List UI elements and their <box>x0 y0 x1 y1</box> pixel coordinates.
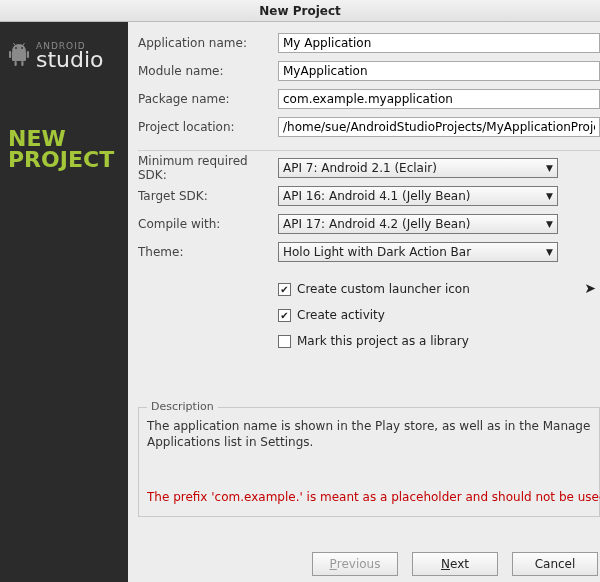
row-project-location: Project location: <box>138 116 600 138</box>
svg-point-8 <box>21 47 23 49</box>
svg-rect-3 <box>15 61 17 66</box>
min-sdk-value: API 7: Android 2.1 (Eclair) <box>283 161 437 175</box>
studio-wordmark: ANDROID studio <box>36 42 104 71</box>
step-heading: NEW PROJECT <box>8 129 120 171</box>
description-group: Description The application name is show… <box>138 407 600 517</box>
theme-label: Theme: <box>138 245 278 259</box>
form: Application name: Module name: Package n… <box>138 32 600 351</box>
compile-with-select[interactable]: API 17: Android 4.2 (Jelly Bean) ▼ <box>278 214 558 234</box>
svg-rect-0 <box>12 51 26 61</box>
previous-button: Previous <box>312 552 398 576</box>
row-target-sdk: Target SDK: API 16: Android 4.1 (Jelly B… <box>138 185 600 207</box>
chk-library-label: Mark this project as a library <box>297 334 469 348</box>
svg-rect-2 <box>27 51 29 58</box>
description-text: The application name is shown in the Pla… <box>147 418 591 450</box>
target-sdk-select[interactable]: API 16: Android 4.1 (Jelly Bean) ▼ <box>278 186 558 206</box>
row-chk-library: Mark this project as a library <box>278 331 600 351</box>
row-module-name: Module name: <box>138 60 600 82</box>
project-location-input[interactable] <box>278 117 600 137</box>
svg-rect-4 <box>21 61 23 66</box>
svg-rect-1 <box>9 51 11 58</box>
package-name-input[interactable] <box>278 89 600 109</box>
app-name-input[interactable] <box>278 33 600 53</box>
chevron-down-icon: ▼ <box>546 247 553 257</box>
chevron-down-icon: ▼ <box>546 191 553 201</box>
row-compile-with: Compile with: API 17: Android 4.2 (Jelly… <box>138 213 600 235</box>
window-title: New Project <box>0 0 600 22</box>
window-body: ANDROID studio NEW PROJECT Application n… <box>0 22 600 582</box>
cancel-button[interactable]: Cancel <box>512 552 598 576</box>
chevron-down-icon: ▼ <box>546 163 553 173</box>
compile-with-label: Compile with: <box>138 217 278 231</box>
next-button[interactable]: Next <box>412 552 498 576</box>
min-sdk-label: Minimum required SDK: <box>138 154 278 182</box>
row-chk-launcher: Create custom launcher icon <box>278 279 600 299</box>
sidebar: ANDROID studio NEW PROJECT <box>0 22 128 582</box>
wizard-window: New Project <box>0 0 600 582</box>
description-legend: Description <box>147 400 218 413</box>
app-name-label: Application name: <box>138 36 278 50</box>
module-name-input[interactable] <box>278 61 600 81</box>
theme-value: Holo Light with Dark Action Bar <box>283 245 471 259</box>
chk-library[interactable] <box>278 335 291 348</box>
svg-line-5 <box>14 43 16 46</box>
chk-launcher-label: Create custom launcher icon <box>297 282 470 296</box>
theme-select[interactable]: Holo Light with Dark Action Bar ▼ <box>278 242 558 262</box>
main-panel: Application name: Module name: Package n… <box>128 22 600 582</box>
chk-activity[interactable] <box>278 309 291 322</box>
compile-with-value: API 17: Android 4.2 (Jelly Bean) <box>283 217 470 231</box>
project-location-label: Project location: <box>138 120 278 134</box>
chevron-down-icon: ▼ <box>546 219 553 229</box>
svg-line-6 <box>23 43 25 46</box>
divider <box>138 150 600 151</box>
row-min-sdk: Minimum required SDK: API 7: Android 2.1… <box>138 157 600 179</box>
module-name-label: Module name: <box>138 64 278 78</box>
package-name-label: Package name: <box>138 92 278 106</box>
package-prefix-warning: The prefix 'com.example.' is meant as a … <box>147 490 591 504</box>
chk-activity-label: Create activity <box>297 308 385 322</box>
min-sdk-select[interactable]: API 7: Android 2.1 (Eclair) ▼ <box>278 158 558 178</box>
row-package-name: Package name: <box>138 88 600 110</box>
android-robot-icon <box>8 42 30 71</box>
target-sdk-value: API 16: Android 4.1 (Jelly Bean) <box>283 189 470 203</box>
row-theme: Theme: Holo Light with Dark Action Bar ▼ <box>138 241 600 263</box>
android-studio-logo: ANDROID studio <box>8 42 120 71</box>
svg-point-7 <box>15 47 17 49</box>
row-app-name: Application name: <box>138 32 600 54</box>
wizard-buttons: Previous Next Cancel <box>312 552 600 576</box>
chk-launcher[interactable] <box>278 283 291 296</box>
row-chk-activity: Create activity <box>278 305 600 325</box>
target-sdk-label: Target SDK: <box>138 189 278 203</box>
